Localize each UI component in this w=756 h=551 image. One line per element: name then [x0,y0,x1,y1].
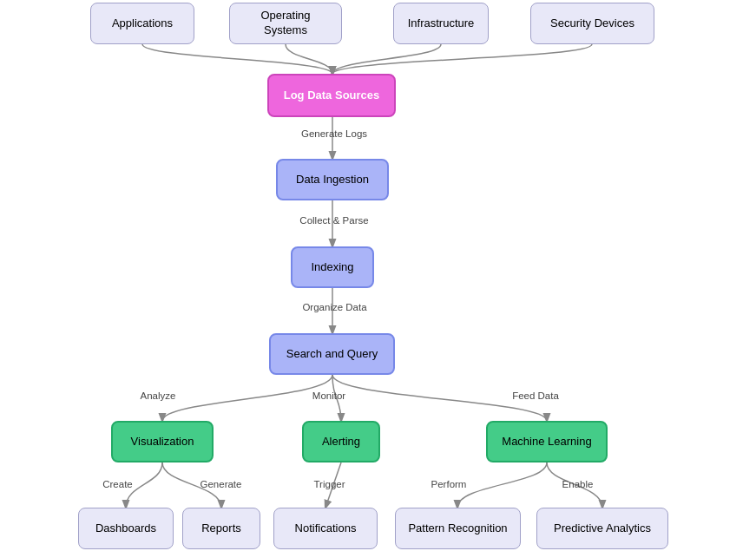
data-ingestion-node: Data Ingestion [276,159,389,200]
reports-node: Reports [182,508,260,549]
security-devices-node: Security Devices [530,3,654,44]
applications-node: Applications [90,3,194,44]
indexing-node: Indexing [291,246,374,288]
operating-systems-node: Operating Systems [229,3,342,44]
generate-logs-label: Generate Logs [295,128,373,139]
infrastructure-node: Infrastructure [393,3,489,44]
monitor-label: Monitor [303,390,355,401]
machine-learning-node: Machine Learning [486,421,608,462]
collect-parse-label: Collect & Parse [291,215,378,226]
organize-data-label: Organize Data [293,302,376,312]
perform-label: Perform [423,479,475,489]
diagram: Applications Operating Systems Infrastru… [0,0,756,551]
search-query-node: Search and Query [269,333,395,375]
svg-line-3 [325,462,341,508]
generate-label: Generate [193,479,249,489]
dashboards-node: Dashboards [78,508,174,549]
notifications-node: Notifications [273,508,378,549]
pattern-recognition-node: Pattern Recognition [395,508,521,549]
log-data-sources-node: Log Data Sources [267,74,396,117]
predictive-analytics-node: Predictive Analytics [536,508,668,549]
trigger-label: Trigger [306,479,353,489]
visualization-node: Visualization [111,421,214,462]
alerting-node: Alerting [302,421,380,462]
analyze-label: Analyze [132,390,184,401]
create-label: Create [94,479,141,489]
enable-label: Enable [554,479,602,489]
feed-data-label: Feed Data [505,390,566,401]
